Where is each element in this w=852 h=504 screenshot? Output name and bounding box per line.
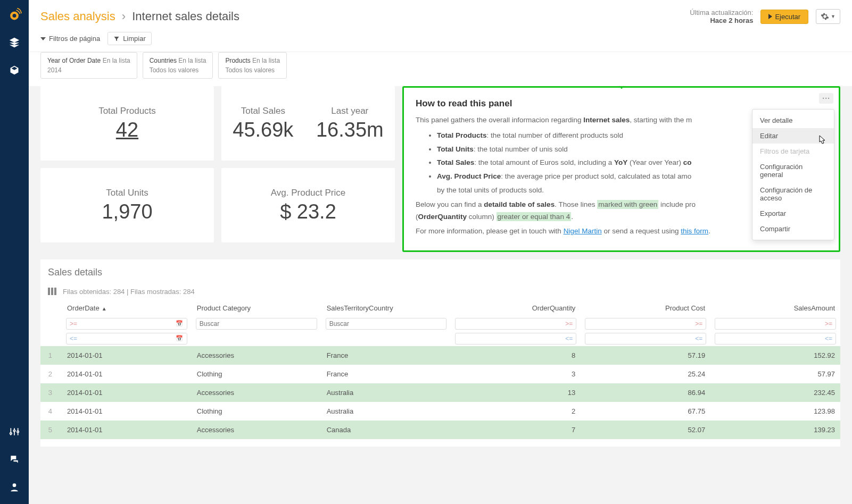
svg-point-2 xyxy=(10,433,12,434)
calendar-icon[interactable]: 📅 xyxy=(176,335,183,342)
layers-icon[interactable] xyxy=(8,36,21,49)
svg-point-4 xyxy=(17,431,19,432)
table-row[interactable]: 52014-01-01AccessoriesCanada752.07139.23 xyxy=(40,421,840,439)
filter-pill[interactable]: Year of Order Date En la lista2014 xyxy=(40,52,137,79)
breadcrumb-separator: › xyxy=(122,10,126,23)
filter-pill[interactable]: Countries En la listaTodos los valores xyxy=(143,52,213,79)
table-title: Sales details xyxy=(40,267,840,283)
filter-date-from[interactable] xyxy=(66,318,187,330)
col-country[interactable]: SalesTerritoryCountry xyxy=(321,300,451,316)
menu-access-config[interactable]: Configuración de acceso xyxy=(752,182,834,206)
filter-cost-lte[interactable] xyxy=(585,333,706,345)
kpi-avg-price: Avg. Product Price$ 23.2 xyxy=(221,168,395,242)
filter-pill[interactable]: Products En la listaTodos los valores xyxy=(218,52,287,79)
form-link[interactable]: this form xyxy=(681,227,708,235)
table-row[interactable]: 32014-01-01AccessoriesAustralia1386.9423… xyxy=(40,383,840,402)
settings-button[interactable]: ▼ xyxy=(816,9,840,24)
context-menu: Ver detalle Editar Filtros de tarjeta Co… xyxy=(752,109,834,240)
filter-category[interactable] xyxy=(196,318,317,330)
table-row[interactable]: 12014-01-01AccessoriesFrance857.19152.92 xyxy=(40,346,840,365)
filter-country[interactable] xyxy=(326,318,447,330)
header: Sales analysis › Internet sales details … xyxy=(29,0,852,30)
app-logo xyxy=(7,6,22,21)
svg-point-1 xyxy=(13,14,16,18)
col-orderdate[interactable]: OrderDate▲ xyxy=(62,300,192,316)
filter-amt-lte[interactable] xyxy=(715,333,836,345)
filter-amt-gte[interactable] xyxy=(715,318,836,330)
clear-filters-button[interactable]: Limpiar xyxy=(107,32,152,45)
play-icon xyxy=(768,14,772,19)
user-icon[interactable] xyxy=(8,481,21,493)
kpi-total-units: Total Units1,970 xyxy=(40,168,214,242)
contact-link[interactable]: Nigel Martin xyxy=(564,227,602,235)
run-button[interactable]: Ejecutar xyxy=(760,10,808,24)
chevron-down-icon xyxy=(40,37,46,40)
filter-date-to[interactable] xyxy=(66,333,187,345)
last-update: Última actualización: Hace 2 horas xyxy=(690,9,753,24)
menu-view-detail[interactable]: Ver detalle xyxy=(752,113,834,128)
panel-menu-button[interactable]: ··· xyxy=(819,93,833,104)
menu-export[interactable]: Exportar xyxy=(752,206,834,221)
kpi-sales: Total Sales45.69k Last year16.35m xyxy=(221,86,395,161)
chat-icon[interactable] xyxy=(8,453,21,466)
filter-pills: Year of Order Date En la lista2014 Count… xyxy=(29,52,852,86)
sort-asc-icon: ▲ xyxy=(102,306,107,312)
gear-icon xyxy=(821,12,829,21)
table-row[interactable]: 22014-01-01ClothingFrance325.2457.97 xyxy=(40,365,840,383)
filter-qty-gte[interactable] xyxy=(455,318,576,330)
table-meta-text: Filas obtenidas: 284 | Filas mostradas: … xyxy=(63,288,195,296)
cube-icon[interactable] xyxy=(8,64,21,77)
filter-cost-gte[interactable] xyxy=(585,318,706,330)
filter-qty-lte[interactable] xyxy=(455,333,576,345)
table-row[interactable]: 42014-01-01ClothingAustralia267.75123.98 xyxy=(40,402,840,421)
sidebar xyxy=(0,0,29,504)
breadcrumb-level1[interactable]: Sales analysis xyxy=(40,10,115,23)
columns-icon[interactable] xyxy=(48,288,56,295)
kpi-total-products: Total Products42 xyxy=(40,86,214,161)
filter-icon xyxy=(113,36,120,42)
col-qty[interactable]: OrderQuantity xyxy=(451,300,581,316)
svg-point-3 xyxy=(13,430,15,432)
breadcrumb: Sales analysis › Internet sales details xyxy=(40,10,239,23)
col-amount[interactable]: SalesAmount xyxy=(710,300,840,316)
calendar-icon[interactable]: 📅 xyxy=(176,320,183,327)
svg-point-5 xyxy=(13,483,16,487)
col-category[interactable]: Product Category xyxy=(192,300,321,316)
table-section: Sales details Filas obtenidas: 284 | Fil… xyxy=(40,259,840,447)
info-title: How to read this panel xyxy=(416,98,827,109)
page-filters-toggle[interactable]: Filtros de página xyxy=(40,35,100,43)
cursor-pointer-icon xyxy=(816,135,827,149)
col-cost[interactable]: Product Cost xyxy=(581,300,710,316)
info-panel: ··· How to read this panel This panel ga… xyxy=(402,86,840,252)
breadcrumb-level2: Internet sales details xyxy=(132,10,239,23)
annotation-arrow-icon xyxy=(615,86,628,90)
menu-share[interactable]: Compartir xyxy=(752,221,834,237)
sliders-icon[interactable] xyxy=(8,425,21,438)
sales-table: OrderDate▲ Product Category SalesTerrito… xyxy=(40,300,840,439)
menu-general-config[interactable]: Configuración general xyxy=(752,159,834,182)
